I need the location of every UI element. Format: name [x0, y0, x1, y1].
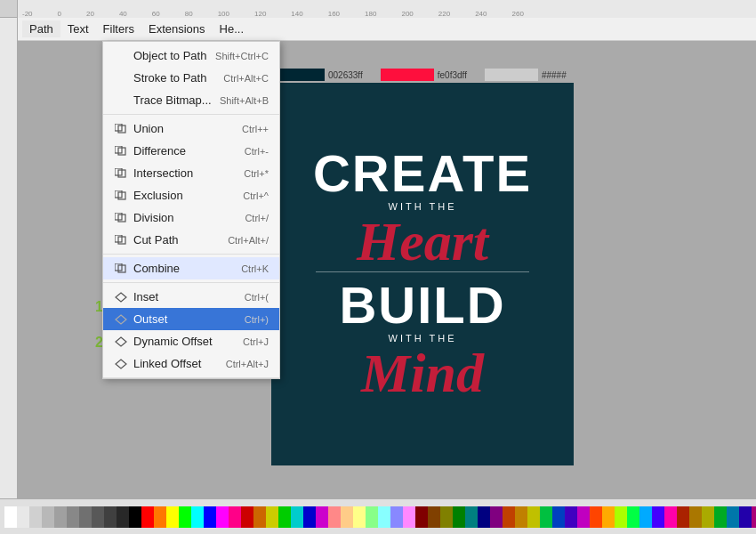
ruler-ticks: -20 0 20 40 60 80 100 120 140 160 180 20… — [18, 0, 756, 18]
swatch-color-2 — [381, 69, 434, 81]
palette-swatch[interactable] — [366, 506, 378, 528]
palette-swatch[interactable] — [415, 506, 428, 528]
palette-swatch[interactable] — [141, 506, 154, 528]
palette-swatch[interactable] — [266, 506, 278, 528]
palette-swatch[interactable] — [166, 506, 179, 528]
palette-swatch[interactable] — [752, 506, 756, 528]
palette-swatch[interactable] — [515, 506, 527, 528]
heart-text: Heart — [357, 214, 488, 269]
palette-swatch[interactable] — [503, 506, 515, 528]
menu-item-inset[interactable]: Inset Ctrl+( — [103, 286, 279, 308]
menu-item-union[interactable]: Union Ctrl++ — [103, 117, 279, 140]
palette-swatch[interactable] — [577, 506, 590, 528]
palette-swatch[interactable] — [17, 506, 29, 528]
palette-swatch[interactable] — [677, 506, 689, 528]
palette-swatch[interactable] — [390, 506, 403, 528]
palette-swatch[interactable] — [154, 506, 166, 528]
cut-path-icon — [114, 234, 128, 247]
palette-swatch[interactable] — [278, 506, 291, 528]
menu-item-trace-bitmap[interactable]: Trace Bitmap... Shift+Alt+B — [103, 89, 279, 111]
menu-path[interactable]: Path — [22, 20, 60, 37]
palette-swatch[interactable] — [527, 506, 540, 528]
swatch-label-3: ##### — [542, 70, 567, 80]
horizontal-ruler: -20 0 20 40 60 80 100 120 140 160 180 20… — [18, 0, 756, 18]
menu-item-intersection[interactable]: Intersection Ctrl+* — [103, 162, 279, 184]
palette-swatch[interactable] — [540, 506, 552, 528]
palette-swatch[interactable] — [129, 506, 141, 528]
palette-swatch[interactable] — [453, 506, 465, 528]
palette-swatch[interactable] — [428, 506, 440, 528]
palette-swatch[interactable] — [316, 506, 328, 528]
path-dropdown-menu: Object to Path Shift+Ctrl+C Stroke to Pa… — [102, 41, 280, 379]
palette-swatch[interactable] — [739, 506, 752, 528]
build-text: BUILD — [339, 279, 505, 331]
palette-swatch[interactable] — [627, 506, 639, 528]
menu-text[interactable]: Text — [60, 20, 96, 37]
menu-item-division[interactable]: Division Ctrl+/ — [103, 206, 279, 229]
palette-swatch[interactable] — [117, 506, 129, 528]
palette-swatch[interactable] — [4, 506, 17, 528]
palette-swatch[interactable] — [403, 506, 415, 528]
palette-swatch[interactable] — [229, 506, 241, 528]
swatch-1: 002633ff — [271, 69, 363, 81]
palette-swatch[interactable] — [552, 506, 565, 528]
menu-filters[interactable]: Filters — [96, 20, 141, 37]
palette-swatch[interactable] — [565, 506, 577, 528]
palette-swatch[interactable] — [54, 506, 67, 528]
palette-swatch[interactable] — [689, 506, 702, 528]
palette-swatch[interactable] — [204, 506, 216, 528]
palette-swatch[interactable] — [92, 506, 104, 528]
exclusion-icon — [114, 190, 128, 202]
palette-swatch[interactable] — [253, 506, 266, 528]
palette-swatch[interactable] — [478, 506, 490, 528]
menu-item-dynamic-offset[interactable]: Dynamic Offset Ctrl+J — [103, 330, 279, 352]
palette-swatch[interactable] — [615, 506, 627, 528]
design-content: CREATE WITH THE Heart BUILD WITH THE Min… — [271, 83, 574, 465]
combine-icon — [114, 263, 128, 275]
palette-swatch[interactable] — [42, 506, 54, 528]
menu-item-object-to-path[interactable]: Object to Path Shift+Ctrl+C — [103, 44, 279, 67]
palette-swatch[interactable] — [191, 506, 204, 528]
palette-swatch[interactable] — [341, 506, 353, 528]
menu-item-outset[interactable]: Outset Ctrl+) — [103, 308, 279, 330]
palette-swatch[interactable] — [353, 506, 366, 528]
menu-item-stroke-to-path[interactable]: Stroke to Path Ctrl+Alt+C — [103, 67, 279, 89]
palette-swatch[interactable] — [490, 506, 503, 528]
left-ruler — [0, 18, 18, 498]
palette-swatch[interactable] — [328, 506, 341, 528]
palette-swatch[interactable] — [714, 506, 727, 528]
bottom-palette — [0, 498, 756, 534]
palette-swatch[interactable] — [664, 506, 677, 528]
menu-item-cut-path[interactable]: Cut Path Ctrl+Alt+/ — [103, 229, 279, 251]
ruler-corner — [0, 0, 18, 18]
palette-swatch[interactable] — [727, 506, 739, 528]
palette-swatch[interactable] — [602, 506, 615, 528]
menu-item-difference[interactable]: Difference Ctrl+- — [103, 140, 279, 162]
palette-swatch[interactable] — [104, 506, 117, 528]
palette-swatch[interactable] — [241, 506, 253, 528]
palette-swatch[interactable] — [216, 506, 229, 528]
palette-swatch[interactable] — [590, 506, 602, 528]
swatch-label-1: 002633ff — [328, 70, 363, 80]
palette-swatch[interactable] — [179, 506, 191, 528]
palette-swatch[interactable] — [652, 506, 664, 528]
dropdown-section-2: Union Ctrl++ Difference Ctrl+- — [103, 115, 279, 255]
palette-swatch[interactable] — [303, 506, 316, 528]
palette-swatch[interactable] — [378, 506, 390, 528]
palette-swatch[interactable] — [291, 506, 303, 528]
menu-item-linked-offset[interactable]: Linked Offset Ctrl+Alt+J — [103, 352, 279, 375]
menu-extensions[interactable]: Extensions — [141, 20, 213, 37]
swatch-3: ##### — [485, 69, 567, 81]
palette-swatch[interactable] — [79, 506, 92, 528]
palette-swatch[interactable] — [702, 506, 714, 528]
palette-swatch[interactable] — [29, 506, 42, 528]
menu-item-combine[interactable]: Combine Ctrl+K — [103, 257, 279, 279]
menu-help[interactable]: He... — [213, 20, 251, 37]
menu-item-exclusion[interactable]: Exclusion Ctrl+^ — [103, 184, 279, 206]
division-icon — [114, 212, 128, 224]
dynamic-offset-icon — [114, 336, 128, 348]
palette-swatch[interactable] — [440, 506, 453, 528]
palette-swatch[interactable] — [67, 506, 79, 528]
palette-swatch[interactable] — [465, 506, 478, 528]
palette-swatch[interactable] — [639, 506, 652, 528]
